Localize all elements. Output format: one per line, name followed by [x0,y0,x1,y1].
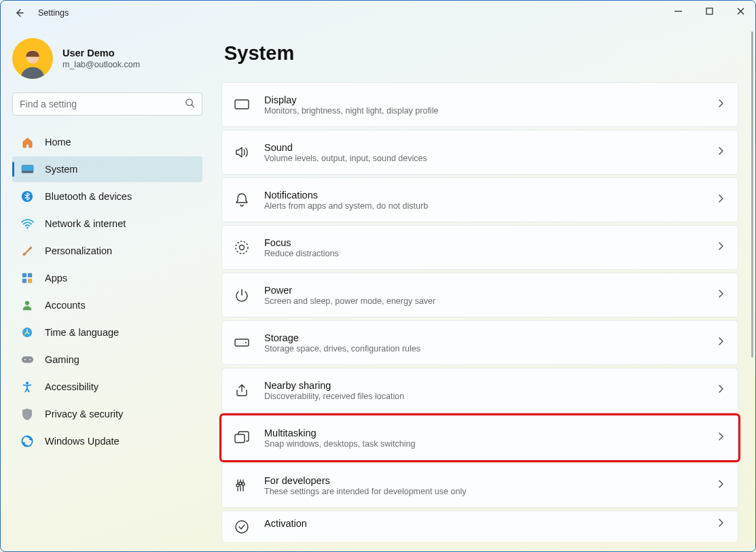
bell-icon [233,191,251,209]
card-desc: Screen and sleep, power mode, energy sav… [264,296,704,306]
chevron-right-icon [718,337,724,349]
svg-point-22 [240,245,245,250]
card-nearby[interactable]: Nearby sharingDiscoverability, received … [221,368,738,413]
sound-icon [233,143,251,161]
close-button[interactable] [725,0,756,22]
brush-icon [20,244,34,258]
card-desc: Reduce distractions [264,249,704,258]
scrollbar[interactable] [751,31,753,358]
wifi-icon [20,217,34,230]
svg-rect-10 [28,273,32,277]
share-icon [233,381,251,399]
nav-personalization[interactable]: Personalization [12,238,202,264]
chevron-right-icon [718,289,724,301]
svg-point-3 [186,99,192,105]
focus-icon [233,239,251,256]
nav-label: Accessibility [45,381,98,392]
card-title: Display [264,94,704,105]
display-icon [233,96,251,114]
nav-label: Network & internet [45,218,126,229]
card-title: Focus [264,237,704,248]
window-controls [662,0,756,22]
nav: Home System Bluetooth & devices Network … [12,129,202,454]
nav-home[interactable]: Home [12,129,202,155]
activation-icon [233,518,251,536]
page-title: System [224,42,742,65]
nav-accessibility[interactable]: Accessibility [12,374,202,400]
card-title: Power [264,285,704,296]
bluetooth-icon [20,190,34,203]
system-icon [20,162,34,176]
nav-label: Apps [45,273,67,283]
chevron-right-icon [718,432,724,444]
nav-label: Privacy & security [45,409,123,419]
card-multitasking[interactable]: MultitaskingSnap windows, desktops, task… [221,415,738,460]
nav-gaming[interactable]: Gaming [12,347,202,373]
svg-rect-15 [21,356,33,363]
nav-label: Gaming [45,354,79,365]
nav-privacy[interactable]: Privacy & security [12,401,202,427]
svg-point-19 [22,436,32,446]
svg-rect-12 [28,279,32,283]
clock-icon [20,326,34,339]
minimize-button[interactable] [662,0,694,22]
home-icon [20,135,34,149]
svg-rect-6 [22,171,33,173]
svg-rect-20 [235,100,249,109]
apps-icon [20,271,34,285]
card-sound[interactable]: SoundVolume levels, output, input, sound… [221,130,738,175]
card-power[interactable]: PowerScreen and sleep, power mode, energ… [221,273,738,317]
maximize-button[interactable] [694,0,725,22]
svg-point-16 [24,359,25,360]
svg-rect-25 [235,434,245,443]
nav-apps[interactable]: Apps [12,265,202,291]
search-box[interactable] [12,92,202,116]
svg-point-29 [236,521,248,533]
card-desc: These settings are intended for developm… [264,487,704,496]
search-icon [185,98,195,111]
multitasking-icon [233,429,251,447]
svg-rect-1 [706,8,713,14]
chevron-right-icon [718,518,724,530]
svg-line-4 [192,105,194,107]
user-block[interactable]: User Demo m_lab@outlook.com [12,38,202,79]
shield-icon [20,407,34,421]
svg-point-13 [25,301,29,305]
card-developers[interactable]: For developersThese settings are intende… [221,463,738,508]
card-title: For developers [264,475,704,486]
search-input[interactable] [20,99,185,109]
nav-network[interactable]: Network & internet [12,211,202,237]
card-notifications[interactable]: NotificationsAlerts from apps and system… [221,177,738,222]
card-activation[interactable]: Activation [221,511,738,542]
back-button[interactable] [12,6,26,20]
svg-point-24 [245,342,247,343]
settings-list: DisplayMonitors, brightness, night light… [221,82,742,542]
chevron-right-icon [718,384,724,396]
main-content: System DisplayMonitors, brightness, nigh… [211,26,756,552]
power-icon [233,286,251,304]
nav-accounts[interactable]: Accounts [12,292,202,318]
svg-point-8 [26,226,29,228]
svg-point-17 [29,359,31,360]
nav-update[interactable]: Windows Update [12,428,202,454]
nav-system[interactable]: System [12,156,202,182]
nav-label: Accounts [45,300,86,311]
avatar [12,38,53,79]
nav-time[interactable]: Time & language [12,320,202,345]
chevron-right-icon [718,146,724,158]
card-focus[interactable]: FocusReduce distractions [221,225,738,270]
nav-bluetooth[interactable]: Bluetooth & devices [12,184,202,209]
svg-point-28 [242,483,245,485]
card-display[interactable]: DisplayMonitors, brightness, night light… [221,82,738,127]
svg-point-26 [236,484,239,487]
nav-label: Bluetooth & devices [45,191,132,202]
card-desc: Monitors, brightness, night light, displ… [264,106,704,116]
card-storage[interactable]: StorageStorage space, drives, configurat… [221,320,738,365]
card-title: Activation [264,518,704,529]
card-desc: Snap windows, desktops, task switching [264,439,704,449]
nav-label: Time & language [45,327,119,338]
card-title: Multitasking [264,428,704,438]
card-desc: Alerts from apps and system, do not dist… [264,201,704,211]
chevron-right-icon [718,241,724,254]
update-icon [20,434,34,448]
